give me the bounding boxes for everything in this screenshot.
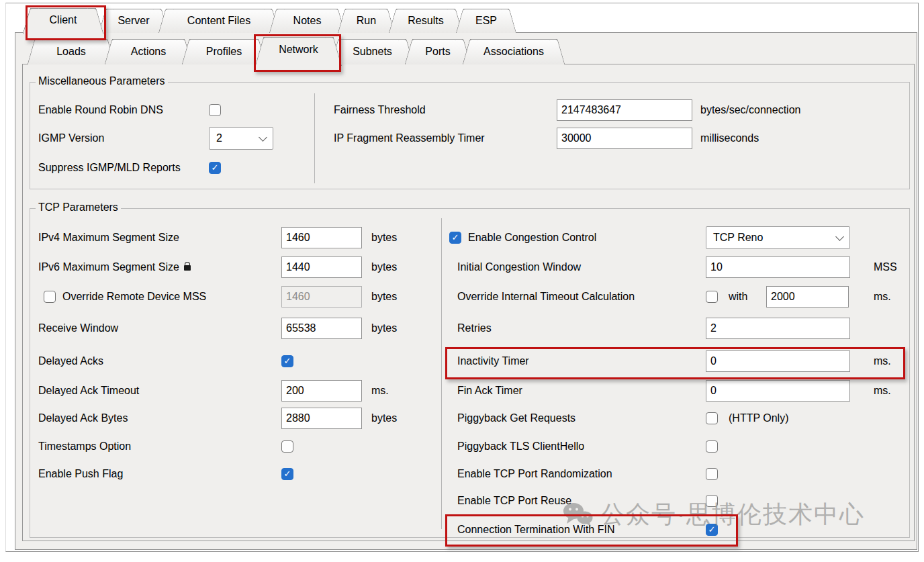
annotation-box-network-tab (254, 34, 341, 72)
field-row: Retries (30, 317, 905, 340)
initial-congestion-window-input[interactable] (706, 256, 850, 278)
piggyback-get-requests-checkbox[interactable] (706, 412, 718, 424)
field-label: Override Internal Timeout Calculation (457, 291, 635, 303)
field-label: Piggyback Get Requests (457, 412, 575, 424)
enable-congestion-control-checkbox[interactable] (449, 232, 461, 244)
tab-associations[interactable]: Associations (470, 39, 557, 64)
annotation-box-client-tab (26, 5, 106, 40)
tab-label: Actions (112, 40, 185, 64)
override-internal-timeout-input[interactable] (766, 286, 849, 308)
misc-parameters-groupbox: Miscellaneous Parameters Enable Round Ro… (30, 82, 910, 189)
tab-label: Results (396, 9, 455, 32)
igmp-version-select[interactable]: 2 (209, 127, 273, 150)
field-row: Enable Congestion Control TCP Reno (30, 226, 905, 249)
tab-ports[interactable]: Ports (412, 39, 463, 64)
field-label: Fin Ack Timer (457, 385, 522, 397)
tab-label: Loads (35, 40, 107, 64)
piggyback-tls-clienthello-checkbox[interactable] (706, 440, 718, 453)
ip-fragment-reassembly-timer-input[interactable] (557, 128, 692, 149)
with-label: with (729, 291, 747, 303)
tab-run[interactable]: Run (345, 9, 387, 33)
tab-profiles[interactable]: Profiles (189, 39, 259, 64)
suppress-igmp-mld-checkbox[interactable] (209, 162, 221, 174)
retries-input[interactable] (706, 318, 850, 339)
field-label: Suppress IGMP/MLD Reports (38, 162, 181, 174)
tab-esp[interactable]: ESP (463, 9, 509, 33)
chevron-down-icon (835, 232, 844, 241)
tab-label: ESP (463, 9, 509, 32)
chevron-down-icon (259, 133, 267, 142)
tab-label: Ports (412, 40, 463, 64)
tab-label: Run (345, 9, 387, 32)
tab-server[interactable]: Server (106, 9, 161, 33)
field-note: (HTTP Only) (729, 412, 788, 424)
field-unit: bytes/sec/connection (700, 104, 800, 116)
field-row: Override Internal Timeout Calculation wi… (30, 285, 905, 308)
tab-label: Associations (470, 40, 557, 64)
selected-value: TCP Reno (713, 232, 763, 244)
tab-label: Subnets (338, 40, 406, 64)
field-row: IGMP Version 2 IP Fragment Reassembly Ti… (30, 127, 905, 150)
avalanche-client-network-screen: { "colors": { "accent_blue": "#2470cd", … (0, 0, 924, 562)
field-label: IP Fragment Reassembly Timer (334, 132, 485, 144)
tab-content-files[interactable]: Content Files (166, 9, 272, 33)
fin-ack-timer-input[interactable] (706, 380, 850, 402)
annotation-box-connection-termination (445, 514, 738, 547)
groupbox-title: TCP Parameters (36, 201, 121, 214)
field-label: Piggyback TLS ClientHello (457, 440, 584, 453)
tab-label: Profiles (189, 40, 259, 64)
field-label: Enable TCP Port Randomization (457, 468, 612, 480)
field-row: Initial Congestion Window MSS (30, 256, 905, 279)
annotation-box-inactivity-timer (445, 347, 905, 379)
override-internal-timeout-checkbox[interactable] (706, 291, 718, 303)
field-label: Enable TCP Port Reuse (457, 495, 571, 507)
congestion-control-select[interactable]: TCP Reno (706, 226, 850, 249)
fairness-threshold-input[interactable] (557, 99, 692, 121)
field-row: Enable TCP Port Randomization (30, 463, 905, 485)
field-label: Enable Round Robin DNS (38, 104, 163, 116)
groupbox-title: Miscellaneous Parameters (36, 75, 168, 87)
selected-value: 2 (216, 132, 222, 144)
field-unit: ms. (874, 291, 891, 303)
enable-round-robin-dns-checkbox[interactable] (209, 104, 221, 116)
field-row: Suppress IGMP/MLD Reports (30, 156, 905, 179)
field-unit: MSS (874, 261, 897, 273)
field-label: Initial Congestion Window (457, 261, 581, 273)
field-unit: milliseconds (700, 132, 759, 144)
field-row: Piggyback Get Requests (HTTP Only) (30, 407, 905, 430)
tab-actions[interactable]: Actions (112, 39, 185, 64)
field-label: Fairness Threshold (334, 104, 426, 116)
tab-label: Content Files (166, 9, 272, 32)
field-row: Fin Ack Timer ms. (30, 379, 905, 402)
field-row: Enable TCP Port Reuse (30, 489, 905, 512)
tab-subnets[interactable]: Subnets (338, 39, 406, 64)
field-label: Enable Congestion Control (468, 232, 596, 244)
field-label: IGMP Version (38, 132, 104, 144)
enable-tcp-port-randomization-checkbox[interactable] (706, 468, 718, 480)
field-label: Retries (457, 322, 492, 334)
tab-loads[interactable]: Loads (35, 39, 107, 64)
tab-label: Notes (277, 9, 338, 32)
field-unit: ms. (874, 385, 891, 397)
tab-label: Server (106, 9, 161, 32)
enable-tcp-port-reuse-checkbox[interactable] (706, 495, 718, 507)
tab-notes[interactable]: Notes (277, 9, 338, 33)
tab-results[interactable]: Results (396, 9, 455, 33)
field-row: Piggyback TLS ClientHello (30, 435, 905, 458)
field-row: Enable Round Robin DNS Fairness Threshol… (30, 99, 905, 122)
